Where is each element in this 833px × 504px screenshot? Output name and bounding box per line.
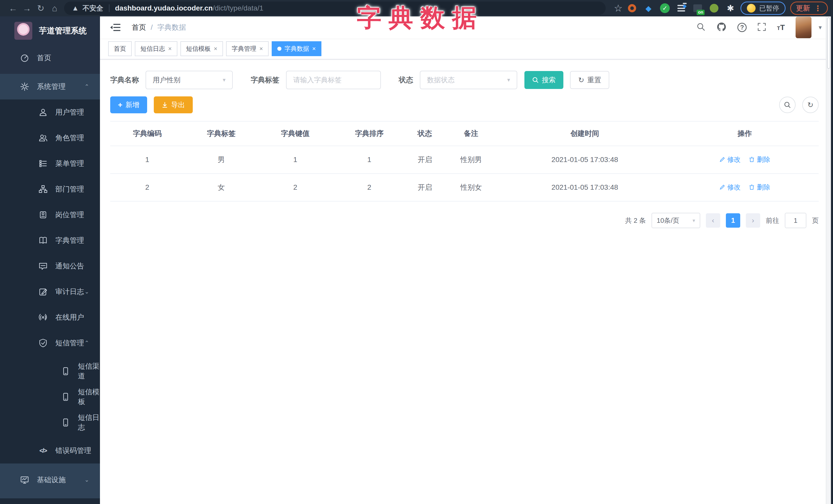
- home-icon[interactable]: ⌂: [48, 1, 62, 15]
- tab-sms-template[interactable]: 短信模板 ×: [181, 41, 223, 56]
- extension-gem-icon[interactable]: ◆: [643, 2, 654, 14]
- search-button[interactable]: 搜索: [524, 71, 563, 89]
- sidebar-collapse-icon[interactable]: [110, 23, 120, 32]
- edit-link[interactable]: 修改: [719, 183, 741, 192]
- col-created: 创建时间: [499, 121, 671, 146]
- toggle-search-button[interactable]: [779, 97, 795, 113]
- reset-button[interactable]: ↻ 重置: [570, 71, 609, 89]
- sidebar-item-sms-template[interactable]: 短信模板: [0, 384, 100, 410]
- edit-link[interactable]: 修改: [719, 155, 741, 164]
- add-button[interactable]: + 新增: [110, 96, 147, 113]
- table-row: 1 男 1 1 开启 性别男 2021-01-05 17:03:48 修改: [110, 146, 819, 173]
- not-secure-warning-icon: ▲: [72, 4, 79, 12]
- tab-home[interactable]: 首页: [108, 41, 132, 56]
- browser-menu-icon[interactable]: ⋮: [814, 4, 822, 13]
- dict-data-table: 字典编码 字典标签 字典键值 字典排序 状态 备注 创建时间 操作 1 男 1: [110, 121, 819, 201]
- sidebar-item-roles[interactable]: 角色管理: [0, 125, 100, 151]
- chevron-down-icon: ⌄: [85, 288, 89, 295]
- back-icon[interactable]: ←: [6, 1, 20, 15]
- profile-emoji-icon: [747, 4, 756, 13]
- delete-link[interactable]: 删除: [749, 155, 770, 164]
- sidebar-item-menus[interactable]: 菜单管理: [0, 151, 100, 176]
- overlay-annotation-title: 字典数据: [357, 2, 484, 35]
- dict-name-select[interactable]: 用户性别 ▾: [146, 71, 233, 89]
- github-icon[interactable]: [716, 22, 727, 33]
- next-page-button[interactable]: ›: [746, 213, 760, 227]
- col-remark: 备注: [444, 121, 499, 146]
- breadcrumb-home[interactable]: 首页: [132, 23, 146, 32]
- chevron-down-icon: ▾: [507, 77, 510, 83]
- sidebar-item-audit-log[interactable]: 审计日志 ⌄: [0, 279, 100, 305]
- sidebar-item-users[interactable]: 用户管理: [0, 99, 100, 125]
- sidebar-item-posts[interactable]: 岗位管理: [0, 202, 100, 227]
- filter-form: 字典名称 用户性别 ▾ 字典标签 请输入字典标签 状态 数据状态: [110, 71, 819, 89]
- sidebar-item-label: 短信渠道: [78, 361, 100, 381]
- infra-block: 基础设施 ⌄: [0, 463, 100, 493]
- chevron-down-icon: ▾: [693, 217, 695, 223]
- sidebar-item-sms-log[interactable]: 短信日志: [0, 410, 100, 435]
- profile-paused-badge[interactable]: 已暂停: [740, 2, 786, 15]
- avatar-caret-icon[interactable]: ▾: [819, 24, 822, 31]
- current-page-button[interactable]: 1: [726, 213, 740, 227]
- dict-tag-input[interactable]: 请输入字典标签: [286, 71, 381, 89]
- breadcrumb-separator: /: [151, 23, 153, 31]
- status-select[interactable]: 数据状态 ▾: [420, 71, 517, 89]
- table-toolbar: + 新增 导出 ↻: [110, 96, 819, 113]
- forward-icon[interactable]: →: [20, 1, 34, 15]
- sidebar-item-online-users[interactable]: 在线用户: [0, 305, 100, 330]
- fullscreen-icon[interactable]: [757, 23, 766, 32]
- extension-check-icon[interactable]: ✓: [659, 2, 671, 14]
- close-icon[interactable]: ×: [168, 45, 172, 52]
- tab-dict-manage[interactable]: 字典管理 ×: [226, 41, 269, 56]
- scrollbar-thumb[interactable]: [827, 18, 830, 69]
- sidebar-item-label: 岗位管理: [55, 210, 84, 220]
- sidebar-filler-dark: [0, 498, 100, 504]
- badge-icon: [39, 210, 48, 219]
- goto-label: 前往: [766, 216, 779, 225]
- sidebar-item-notice[interactable]: 通知公告: [0, 253, 100, 279]
- help-icon[interactable]: ?: [737, 23, 747, 32]
- extension-snowflake-icon[interactable]: ✱: [724, 2, 736, 14]
- sidebar-item-sms-channel[interactable]: 短信渠道: [0, 358, 100, 384]
- extension-on-icon[interactable]: on: [692, 2, 704, 14]
- trash-icon: [749, 184, 755, 190]
- browser-update-button[interactable]: 更新 ⋮: [790, 2, 828, 15]
- page-scrollbar[interactable]: [826, 17, 831, 504]
- extension-ring-icon[interactable]: [626, 2, 638, 14]
- window-edge: [831, 17, 833, 504]
- sidebar-item-error-codes[interactable]: </> 错误码管理: [0, 438, 100, 463]
- extension-bars-icon[interactable]: ◆: [675, 2, 687, 14]
- pagination: 共 2 条 10条/页 ▾ ‹ 1 › 前往 1 页: [110, 213, 819, 228]
- online-signal-icon: [39, 313, 48, 322]
- search-icon[interactable]: [696, 22, 706, 32]
- close-icon[interactable]: ×: [214, 45, 217, 52]
- font-size-icon[interactable]: TT: [777, 23, 785, 32]
- export-button[interactable]: 导出: [154, 96, 193, 113]
- org-tree-icon: [39, 185, 48, 194]
- page-size-select[interactable]: 10条/页 ▾: [651, 213, 700, 228]
- refresh-table-button[interactable]: ↻: [802, 97, 819, 113]
- sidebar-item-dict[interactable]: 字典管理: [0, 227, 100, 253]
- monitor-icon: [20, 475, 29, 484]
- delete-link[interactable]: 删除: [749, 183, 770, 192]
- sidebar-item-home[interactable]: 首页: [0, 45, 100, 71]
- tab-label: 字典管理: [232, 45, 256, 53]
- close-icon[interactable]: ×: [259, 45, 263, 52]
- sidebar-item-infrastructure[interactable]: 基础设施 ⌄: [0, 467, 100, 493]
- bookmark-star-icon[interactable]: ☆: [614, 3, 623, 14]
- sidebar-item-label: 短信管理: [55, 338, 84, 348]
- sidebar-item-system[interactable]: 系统管理 ⌃: [0, 74, 100, 99]
- extension-person-icon[interactable]: [708, 2, 720, 14]
- tab-dict-data[interactable]: 字典数据 ×: [272, 41, 322, 56]
- reload-icon[interactable]: ↻: [34, 1, 48, 15]
- address-bar[interactable]: ▲ 不安全 dashboard.yudao.iocoder.cn /dict/t…: [64, 2, 606, 15]
- prev-page-button[interactable]: ‹: [706, 213, 720, 227]
- tab-label: 首页: [114, 45, 126, 53]
- sidebar-logo[interactable]: 芋道管理系统: [0, 17, 100, 45]
- sidebar-item-sms[interactable]: 短信管理 ⌃: [0, 330, 100, 356]
- close-icon[interactable]: ×: [312, 45, 316, 52]
- avatar[interactable]: [795, 17, 811, 38]
- tab-sms-log[interactable]: 短信日志 ×: [135, 41, 177, 56]
- sidebar-item-departments[interactable]: 部门管理: [0, 176, 100, 202]
- goto-page-input[interactable]: 1: [785, 213, 806, 228]
